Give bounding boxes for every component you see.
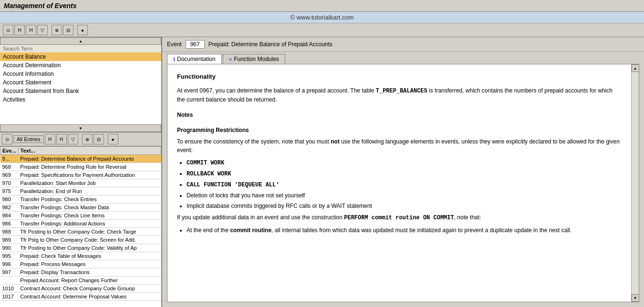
cell-text: Transfer Postings: Check Entries (18, 195, 161, 204)
table-row[interactable]: 1010 Contract Account: Check Company Cod… (0, 285, 161, 293)
toolbar-btn-search[interactable]: ⊙ (3, 25, 13, 35)
bullet-item-implicit-db: Implicit database commits triggered by R… (187, 202, 622, 210)
table-row[interactable]: 996 Prepaid: Process Messages (0, 260, 161, 268)
table-row[interactable]: 970 Parallelization: Start Monitor Job (0, 179, 161, 187)
cell-eve: 990 (0, 244, 19, 252)
table-row[interactable]: 1017 Contract Account: Determine Proposa… (0, 293, 161, 301)
cell-text: Contract Account: Check Company Code Gro… (18, 285, 161, 293)
scrollbar-up-arrow[interactable]: ▲ (632, 64, 639, 72)
search-item-account-balance[interactable]: Account Balance (0, 52, 161, 61)
watermark-text: © www.tutorialkart.com (290, 14, 353, 21)
table-row[interactable]: 975 Parallelization: End of Run (0, 187, 161, 195)
cell-text: Transfer Postings: Additional Actions (18, 220, 161, 228)
event-header: Event 967 Prepaid: Determine Balance of … (162, 37, 644, 52)
table-row[interactable]: 989 Tfr Pstg to Other Company Code: Scre… (0, 236, 161, 244)
col-header-text: Text... (18, 147, 161, 155)
app-title: Management of Events (4, 2, 76, 10)
toolbar-btn-add[interactable]: ⊕ (52, 25, 62, 35)
cell-text: Transfer Postings: Check Master Data (18, 204, 161, 212)
title-bar: Management of Events (0, 0, 644, 12)
events-table: Eve... Text... 9... Prepaid: Determine B… (0, 146, 161, 307)
prog-restrictions-title: Programming Restrictions (177, 126, 622, 134)
bullet-item-deletion-locks: Deletion of locks that you have not set … (187, 191, 622, 200)
content-area: Functionality At event 0967, you can det… (167, 64, 639, 302)
events-toolbar-btn-add[interactable]: ⊕ (82, 134, 93, 144)
events-toolbar-btn-save[interactable]: H (45, 134, 55, 144)
cell-text: Tfr Posting to Other Company Code: Check… (18, 228, 161, 236)
cell-eve: 9... (0, 155, 19, 163)
cell-eve: 984 (0, 212, 19, 220)
cell-eve: 1010 (0, 285, 19, 293)
table-row[interactable]: 982 Transfer Postings: Check Master Data (0, 204, 161, 212)
toolbar-btn-color[interactable]: ● (77, 25, 88, 35)
tab-documentation[interactable]: ℹ Documentation (167, 54, 222, 64)
search-item-account-information[interactable]: Account Information (0, 70, 161, 78)
events-toolbar-btn-color[interactable]: ● (108, 134, 118, 144)
cell-text: Prepaid: Process Messages (18, 260, 161, 268)
search-item-account-statement[interactable]: Account Statement (0, 78, 161, 87)
notes-title: Notes (177, 111, 622, 119)
cell-eve: 996 (0, 260, 19, 268)
search-item-account-determination[interactable]: Account Determination (0, 61, 161, 70)
toolbar-btn-save[interactable]: H (14, 25, 25, 35)
cell-eve: 995 (0, 252, 19, 260)
search-list: ▲ Search Term Account Balance Account De… (0, 37, 161, 133)
search-scroll-up[interactable]: ▲ (0, 37, 161, 45)
cell-text: Tfr Posting to Other Company Code: Valid… (18, 244, 161, 252)
events-toolbar-btn-filter[interactable]: ▽ (68, 134, 78, 144)
cell-eve (0, 276, 19, 285)
toolbar-btn-filter[interactable]: ▽ (37, 25, 48, 35)
scrollbar-track[interactable] (632, 72, 639, 294)
cell-text: Transfer Postings: Check Line Items (18, 212, 161, 220)
search-item-activities[interactable]: Activities (0, 95, 161, 104)
table-row[interactable]: 9... Prepaid: Determine Balance of Prepa… (0, 155, 161, 163)
content-paragraph3: If you update additional data in an even… (177, 213, 622, 222)
table-row[interactable]: 986 Transfer Postings: Additional Action… (0, 220, 161, 228)
event-label: Event (167, 41, 182, 48)
cell-text: Prepaid: Determine Posting Rule for Reve… (18, 163, 161, 171)
watermark-bar: © www.tutorialkart.com (0, 12, 644, 23)
table-row[interactable]: 969 Prepaid: Specifications for Payment … (0, 171, 161, 179)
col-header-eve: Eve... (0, 147, 19, 155)
table-row[interactable]: 997 Prepaid: Display Transactions (0, 268, 161, 276)
content-scroll: Functionality At event 0967, you can det… (167, 64, 631, 302)
table-row[interactable]: 968 Prepaid: Determine Posting Rule for … (0, 163, 161, 171)
documentation-icon: ℹ (173, 56, 175, 62)
table-row[interactable]: Prepaid Account: Report Changes Further (0, 276, 161, 285)
content-paragraph1: At event 0967, you can determine the bal… (177, 86, 622, 104)
table-row[interactable]: 980 Transfer Postings: Check Entries (0, 195, 161, 204)
cell-text: Contract Account: Determine Proposal Val… (18, 293, 161, 301)
toolbar-btn-save2[interactable]: H (26, 25, 36, 35)
events-toolbar: ⊙ All Entries H H ▽ ⊕ ⊟ ● (0, 133, 161, 146)
cell-eve: 982 (0, 204, 19, 212)
tab-documentation-label: Documentation (177, 56, 216, 62)
scrollbar-down-arrow[interactable]: ▼ (632, 294, 639, 302)
search-list-items: Account Balance Account Determination Ac… (0, 52, 161, 124)
table-row[interactable]: 990 Tfr Posting to Other Company Code: V… (0, 244, 161, 252)
table-row[interactable]: 995 Prepaid: Check Table of Messages (0, 252, 161, 260)
bullet-item-call-function: CALL FUNCTION 'DEQUEUE ALL' (187, 180, 622, 189)
function-modules-icon: ≡ (229, 56, 232, 62)
tab-function-modules[interactable]: ≡ Function Modules (223, 54, 285, 64)
bullet-item-commit-routine: At the end of the commit routine, all in… (187, 226, 622, 235)
events-toolbar-btn-remove[interactable]: ⊟ (93, 134, 104, 144)
events-toolbar-btn-save2[interactable]: H (56, 134, 67, 144)
search-scroll-down[interactable]: ▼ (0, 124, 161, 132)
cell-eve: 980 (0, 195, 19, 204)
all-entries-button[interactable]: All Entries (13, 135, 44, 143)
content-scrollbar: ▲ ▼ (631, 64, 639, 302)
toolbar-btn-remove[interactable]: ⊟ (63, 25, 73, 35)
cell-eve: 969 (0, 171, 19, 179)
table-row[interactable]: 984 Transfer Postings: Check Line Items (0, 212, 161, 220)
cell-text: Parallelization: Start Monitor Job (18, 179, 161, 187)
cell-text: Tfr Pstg to Other Company Code: Screen f… (18, 236, 161, 244)
cell-text: Prepaid: Display Transactions (18, 268, 161, 276)
table-row[interactable]: 988 Tfr Posting to Other Company Code: C… (0, 228, 161, 236)
cell-text: Prepaid: Determine Balance of Prepaid Ac… (18, 155, 161, 163)
search-header-label: Search Term (3, 46, 32, 51)
events-section: ⊙ All Entries H H ▽ ⊕ ⊟ ● Eve... Text... (0, 133, 161, 307)
tabs-container: ℹ Documentation ≡ Function Modules (162, 52, 644, 64)
right-panel: Event 967 Prepaid: Determine Balance of … (162, 37, 644, 307)
search-item-account-statement-bank[interactable]: Account Statement from Bank (0, 87, 161, 95)
events-toolbar-btn-search[interactable]: ⊙ (2, 134, 12, 144)
